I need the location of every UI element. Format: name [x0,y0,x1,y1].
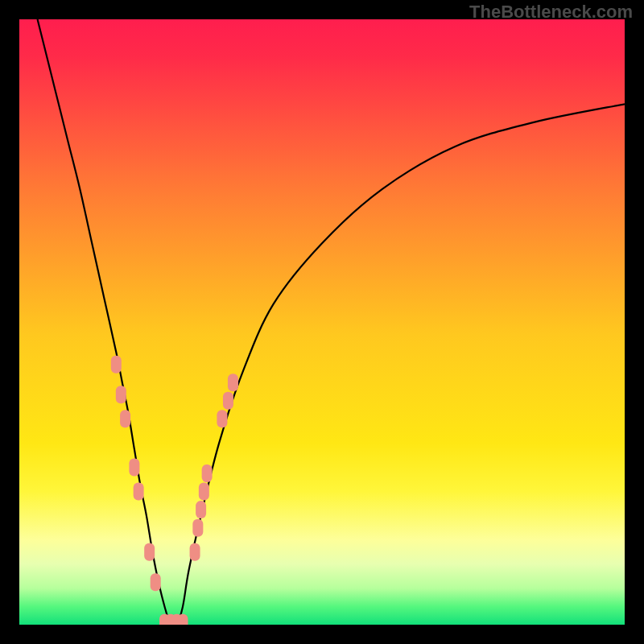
data-marker [116,386,126,403]
data-marker [134,483,144,501]
data-marker [192,519,203,537]
data-marker [129,458,139,476]
plot-area [19,19,625,625]
data-marker [111,356,122,374]
outer-frame: TheBottleneck.com [0,0,644,644]
data-marker [223,392,233,410]
data-marker [228,374,238,391]
data-marker [199,483,209,501]
data-marker [217,410,227,427]
bottleneck-chart [19,19,625,625]
data-marker [144,543,155,561]
data-marker [178,614,188,625]
data-marker [202,464,213,482]
data-marker [196,501,206,518]
data-marker [190,543,200,561]
data-marker [151,573,161,591]
data-marker [120,410,130,427]
